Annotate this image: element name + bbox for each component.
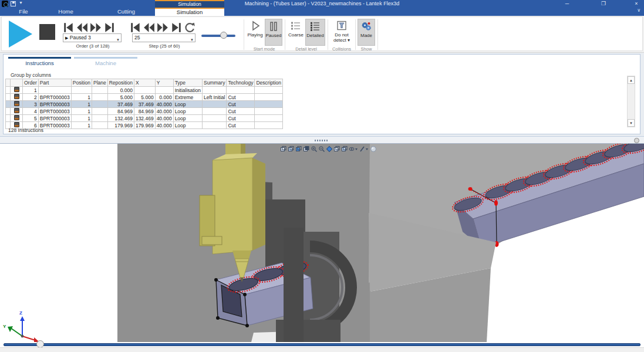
- view-cube-1-icon[interactable]: [280, 145, 287, 153]
- ribbon: ▶ Paused 3▼ Order (3 of 128) 25▼ Step (2…: [0, 16, 644, 53]
- pin-icon[interactable]: [634, 138, 639, 143]
- instruction-icon: [14, 94, 19, 99]
- group-collisions: Collisions: [329, 46, 355, 52]
- column-gutter[interactable]: [6, 79, 11, 87]
- order-label: Order (3 of 128): [58, 43, 127, 49]
- close-button[interactable]: ×: [629, 0, 644, 8]
- table-row[interactable]: 6BPRT0000031179.969179.96940.000LoopCut: [6, 122, 283, 129]
- play-button[interactable]: [6, 19, 33, 49]
- order-first-icon[interactable]: [63, 22, 75, 33]
- table-row[interactable]: 4BPRT000003184.96984.96940.000LoopCut: [6, 108, 283, 115]
- column-x[interactable]: X: [134, 79, 155, 87]
- step-next-icon[interactable]: [157, 22, 168, 33]
- order-combobox[interactable]: ▶ Paused 3▼: [63, 33, 122, 42]
- window-title: Machining - (Tubes Laser) - V2023_newmac…: [0, 0, 644, 8]
- zoom-fit-icon[interactable]: [326, 145, 333, 153]
- zoom-out-icon[interactable]: [318, 145, 325, 153]
- simulation-toolbar: ▶ Paused 3▼ Order (3 of 128) 25▼ Step (2…: [1, 16, 643, 51]
- minimize-button[interactable]: ─: [559, 0, 575, 8]
- group-start-mode: Start mode: [246, 46, 282, 52]
- tab-instructions[interactable]: Instructions: [8, 60, 71, 66]
- collapse-ribbon-icon[interactable]: ∨: [637, 8, 640, 13]
- column-description[interactable]: Description: [255, 79, 283, 87]
- group-by-columns-label[interactable]: Group by columns: [11, 72, 51, 78]
- coarse-icon: [290, 20, 302, 32]
- camera-views-dropdown-icon[interactable]: [349, 145, 359, 153]
- instruction-icon: [14, 115, 19, 120]
- collision-filter-icon: [336, 20, 348, 32]
- titlebar: ▼ Machining - (Tubes Laser) - V2023_newm…: [0, 0, 644, 8]
- column-summary[interactable]: Summary: [203, 79, 227, 87]
- step-prev-icon[interactable]: [143, 22, 155, 33]
- table-row[interactable]: 5BPRT0000031132.469132.46940.000LoopCut: [6, 115, 283, 122]
- order-next-icon[interactable]: [90, 22, 102, 33]
- contextual-tab-header: Simulation: [155, 0, 224, 8]
- column-technology[interactable]: Technology: [227, 79, 255, 87]
- paused-button[interactable]: Paused: [265, 19, 282, 46]
- coarse-button[interactable]: Coarse: [287, 19, 305, 46]
- restore-button[interactable]: ❐: [596, 0, 611, 8]
- step-combobox[interactable]: 25▼: [132, 33, 195, 42]
- stop-button[interactable]: [39, 24, 55, 40]
- made-button[interactable]: Made: [358, 19, 375, 46]
- table-row[interactable]: 10.000Initialisation: [6, 87, 283, 94]
- do-not-detect-button[interactable]: Do not detect ▾: [330, 19, 353, 46]
- ribbon-tab-row: File Home Cutting Simulation ∨: [0, 8, 644, 16]
- splitter-grip[interactable]: [315, 140, 328, 141]
- timeline-track[interactable]: [4, 343, 640, 346]
- table-row[interactable]: 2BPRT00000315.0005.0000.000ExtremeLeft I…: [6, 94, 283, 101]
- step-transport: [130, 22, 195, 33]
- column-order[interactable]: Order: [23, 79, 39, 87]
- tab-home[interactable]: Home: [54, 8, 77, 16]
- step-label: Step (25 of 60): [130, 43, 199, 49]
- order-last-icon[interactable]: [103, 22, 115, 33]
- step-first-icon[interactable]: [130, 22, 141, 33]
- step-last-icon[interactable]: [170, 22, 182, 33]
- table-header[interactable]: OrderPartPositionPlaneRepositionXYTypeSu…: [6, 79, 283, 87]
- speed-slider[interactable]: [201, 32, 235, 39]
- instructions-panel-area: Instructions Machine Group by columns Or…: [0, 53, 644, 136]
- table-row[interactable]: 3BPRT000003137.46937.46940.000LoopCut: [6, 101, 283, 108]
- repeat-icon[interactable]: [184, 22, 195, 33]
- group-detail-level: Detail level: [287, 46, 325, 52]
- view-cube-5-icon[interactable]: [333, 145, 340, 153]
- statusbar: [0, 347, 644, 352]
- tab-machine[interactable]: Machine: [74, 60, 137, 66]
- tab-cutting[interactable]: Cutting: [106, 8, 147, 16]
- speed-slider-track[interactable]: [201, 35, 235, 37]
- group-show: Show: [358, 46, 375, 52]
- made-gears-icon: [360, 21, 372, 32]
- speed-slider-thumb[interactable]: [220, 32, 227, 39]
- panel-splitter[interactable]: [0, 136, 644, 144]
- axis-z-label: Z: [19, 310, 22, 316]
- view-cube-4-icon[interactable]: [303, 145, 310, 153]
- view-cube-2-icon[interactable]: [288, 145, 295, 153]
- instructions-panel: Instructions Machine Group by columns Or…: [3, 54, 640, 134]
- column-reposition[interactable]: Reposition: [107, 79, 134, 87]
- scroll-down-icon[interactable]: ▼: [628, 119, 635, 127]
- column-icon[interactable]: [11, 79, 23, 87]
- column-plane[interactable]: Plane: [92, 79, 107, 87]
- instructions-table: OrderPartPositionPlaneRepositionXYTypeSu…: [5, 79, 283, 129]
- order-prev-icon[interactable]: [76, 22, 88, 33]
- instruction-icon: [14, 87, 19, 92]
- detailed-icon: [309, 21, 321, 32]
- column-type[interactable]: Type: [173, 79, 202, 87]
- scroll-up-icon[interactable]: ▲: [628, 76, 635, 84]
- display-options-dropdown-icon[interactable]: [359, 145, 369, 153]
- view-cube-3-icon[interactable]: [295, 145, 302, 153]
- zoom-in-icon[interactable]: [311, 145, 318, 153]
- tab-simulation[interactable]: Simulation: [155, 8, 224, 16]
- render-sphere-icon[interactable]: [370, 145, 377, 153]
- tab-file[interactable]: File: [13, 8, 34, 16]
- progress-timeline[interactable]: [0, 342, 644, 347]
- playing-button[interactable]: Playing: [246, 19, 264, 46]
- order-transport: [63, 22, 115, 33]
- simulation-viewport[interactable]: Z Y X: [0, 144, 644, 342]
- column-position[interactable]: Position: [71, 79, 92, 87]
- column-part[interactable]: Part: [38, 79, 71, 87]
- table-scrollbar[interactable]: ▲ ▼: [627, 76, 635, 127]
- detailed-button[interactable]: Detailed: [305, 19, 325, 46]
- view-cube-6-icon[interactable]: [341, 145, 348, 153]
- column-y[interactable]: Y: [155, 79, 173, 87]
